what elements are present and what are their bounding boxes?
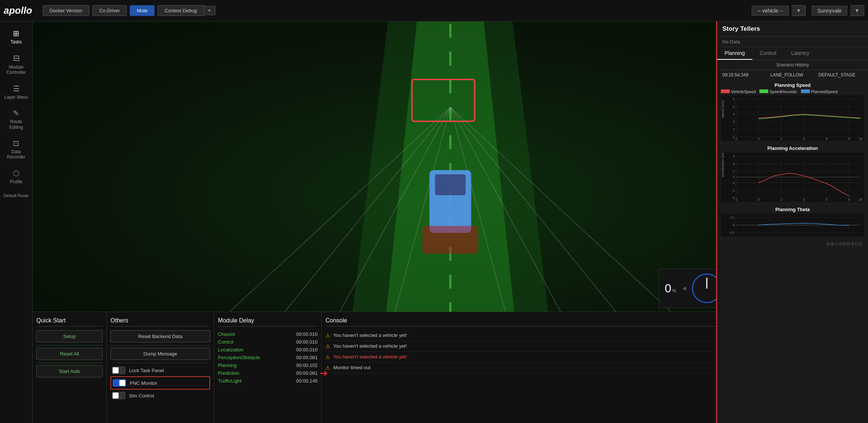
- steering-display: 0 %: [665, 282, 676, 295]
- svg-text:-2: -2: [732, 189, 735, 192]
- svg-text:0.1: 0.1: [730, 216, 735, 219]
- data-recorder-icon: ⊡: [13, 139, 19, 148]
- sidebar-item-tasks[interactable]: ⊞ Tasks: [1, 25, 31, 48]
- pnc-monitor-toggle[interactable]: [113, 379, 126, 387]
- delay-module-name: Localization: [218, 347, 243, 352]
- lock-task-toggle[interactable]: [112, 367, 125, 374]
- codriver-button[interactable]: Co-Driver: [92, 5, 127, 16]
- svg-text:3: 3: [733, 163, 735, 166]
- sidebar-item-route-editing[interactable]: ✎ Route Editing: [1, 105, 31, 134]
- lock-task-label: Lock Task Panel: [129, 368, 164, 373]
- svg-rect-13: [423, 226, 478, 254]
- sim-control-label: Sim Control: [129, 393, 154, 399]
- steering-left-arrow[interactable]: ◄: [681, 285, 688, 292]
- svg-rect-12: [435, 174, 466, 195]
- svg-text:6: 6: [733, 98, 735, 101]
- contest-debug-button[interactable]: Contest Debug: [158, 5, 204, 16]
- docker-version-button[interactable]: Docker Version: [43, 5, 89, 16]
- sim-control-toggle[interactable]: [112, 392, 125, 399]
- svg-text:8: 8: [848, 199, 850, 202]
- theta-chart-container: 0.1 0 -0.1: [721, 214, 864, 236]
- svg-text:6: 6: [826, 199, 828, 202]
- others-title: Others: [110, 317, 210, 327]
- sidebar-item-tasks-label: Tasks: [10, 39, 22, 45]
- dump-message-button[interactable]: Dump Message: [110, 348, 210, 360]
- quick-start-panel: Quick Start Setup Reset All Start Auto: [33, 312, 107, 423]
- svg-text:6: 6: [826, 137, 828, 141]
- svg-text:10: 10: [859, 199, 862, 202]
- planned-speed-label: PlannedSpeed: [811, 89, 838, 94]
- reset-backend-button[interactable]: Reset Backend Data: [110, 330, 210, 342]
- delay-module-value: 00:00.010: [296, 339, 318, 345]
- svg-text:3: 3: [733, 120, 735, 124]
- sidebar-item-data-recorder[interactable]: ⊡ Data Recorder: [1, 135, 31, 164]
- svg-text:4: 4: [733, 113, 735, 116]
- city-arrow-button[interactable]: ▼: [850, 5, 864, 16]
- svg-text:-4: -4: [732, 196, 735, 200]
- scenario-type: LANE_FOLLOW: [771, 72, 815, 78]
- svg-text:-0.1: -0.1: [729, 231, 735, 235]
- contest-debug-arrow[interactable]: ▼: [204, 6, 215, 15]
- delay-module-name: Planning: [218, 363, 237, 368]
- planning-accel-section: Planning Acceleration acceleration (m/s^…: [717, 143, 868, 204]
- delay-module-name: Control: [218, 339, 233, 345]
- lock-task-thumb: [113, 367, 119, 373]
- watermark: @慕士塔格技术社区: [717, 239, 868, 249]
- city-select: Sunnyvale: [812, 6, 847, 16]
- speed-heuristic-label: SpeedHeuristic: [769, 89, 797, 94]
- delay-row: Localization00:00.010: [218, 346, 318, 354]
- others-panel: Others Reset Backend Data Dump Message L…: [107, 312, 214, 423]
- speed-heuristic-swatch: SpeedHeuristic: [759, 89, 797, 94]
- svg-text:8: 8: [848, 137, 850, 141]
- sidebar-item-layer-menu[interactable]: ☰ Layer Menu: [1, 81, 31, 104]
- sidebar-item-default-label: Default Route: [4, 193, 29, 198]
- speed-chart: speed (m/s) 6 5: [721, 95, 864, 141]
- vehicle-label: -- vehicle --: [757, 8, 783, 14]
- vehicle-arrow-button[interactable]: ▼: [792, 5, 806, 16]
- layer-menu-icon: ☰: [13, 84, 20, 93]
- scenario-time: 09:15:54:349: [722, 72, 767, 78]
- tab-planning[interactable]: Planning: [717, 47, 752, 60]
- speed-chart-container: speed (m/s) 6 5: [721, 95, 864, 141]
- svg-text:acceleration (m/s^2): acceleration (m/s^2): [721, 153, 725, 177]
- svg-text:0: 0: [733, 223, 735, 227]
- module-delay-title: Module Delay: [218, 317, 318, 327]
- sidebar-item-recorder-label: Data Recorder: [4, 149, 29, 160]
- sidebar-item-default-route[interactable]: Default Route: [1, 190, 31, 202]
- delay-module-name: Prediction: [218, 370, 239, 376]
- setup-button[interactable]: Setup: [36, 330, 103, 342]
- topbar: apollo Docker Version Co-Driver Mute Con…: [0, 0, 868, 22]
- delay-module-value: 00:00.102: [296, 363, 318, 368]
- scenario-row: 09:15:54:349 LANE_FOLLOW DEFAULT_STAGE: [717, 70, 868, 80]
- delay-module-value: 00:00.081: [296, 370, 318, 376]
- start-auto-button[interactable]: Start Auto: [36, 365, 103, 377]
- tab-latency[interactable]: Latency: [784, 47, 817, 60]
- svg-text:-2: -2: [735, 137, 738, 141]
- pnc-monitor-row: PNC Monitor: [110, 376, 210, 390]
- delay-module-value: 00:00.145: [296, 378, 318, 384]
- vehicle-select: -- vehicle --: [752, 6, 789, 16]
- sidebar-item-profile[interactable]: ⬡ Profile: [1, 165, 31, 188]
- delay-row: Control00:00.010: [218, 338, 318, 346]
- svg-text:10: 10: [859, 137, 862, 141]
- tab-control[interactable]: Control: [752, 47, 784, 60]
- svg-text:0: 0: [758, 137, 760, 141]
- reset-all-button[interactable]: Reset All: [36, 348, 103, 360]
- planning-accel-title: Planning Acceleration: [721, 145, 864, 151]
- sidebar-item-module-controller[interactable]: ⊟ Module Controller: [1, 50, 31, 79]
- sim-control-thumb: [113, 393, 119, 399]
- accel-chart: acceleration (m/s^2) 4: [721, 153, 864, 201]
- right-panel-tabs: Planning Control Latency: [717, 47, 868, 60]
- delay-module-name: PerceptionObstacle: [218, 355, 260, 360]
- svg-text:2: 2: [733, 128, 735, 131]
- mute-button[interactable]: Mute: [130, 5, 155, 16]
- scenario-history-header: Scenario History: [717, 60, 868, 70]
- console-warn-icon: ⚠: [325, 332, 330, 338]
- sidebar-item-module-label: Module Controller: [4, 65, 29, 75]
- module-controller-icon: ⊟: [13, 53, 20, 63]
- steering-value: 0: [665, 282, 672, 295]
- route-editing-icon: ✎: [13, 109, 19, 118]
- console-warn-icon: ⚠: [325, 343, 330, 349]
- steering-needle: [706, 278, 707, 289]
- svg-text:-2: -2: [735, 199, 738, 202]
